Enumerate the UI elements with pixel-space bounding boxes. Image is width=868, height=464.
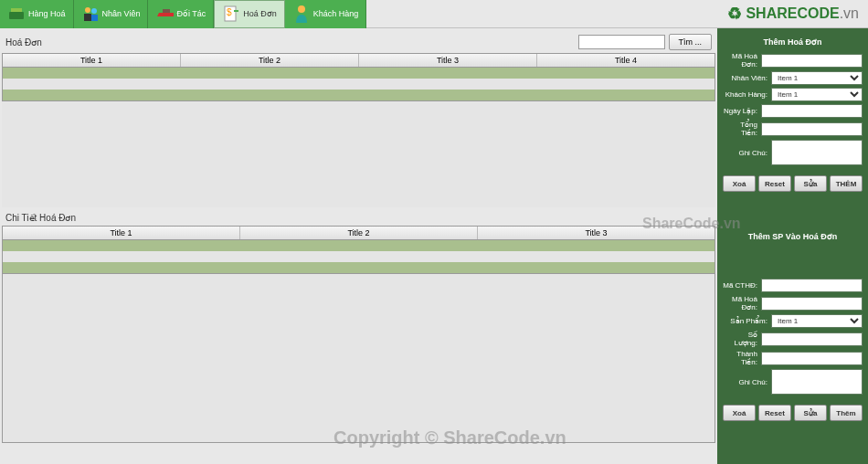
label-ghi-chu-b: Ghi Chú: bbox=[723, 378, 771, 386]
table-row[interactable] bbox=[3, 90, 715, 100]
search-input[interactable] bbox=[578, 35, 665, 49]
svg-rect-9 bbox=[234, 10, 238, 12]
menu-label: Hoá Đơn bbox=[243, 9, 277, 18]
svg-point-10 bbox=[298, 5, 305, 13]
table-row[interactable] bbox=[3, 262, 715, 273]
topbar: Hàng Hoá Nhân Viên Đối Tác $ Hoá Đơn Khá… bbox=[0, 0, 868, 28]
svg-point-3 bbox=[91, 8, 97, 14]
form-a-title: Thêm Hoá Đơn bbox=[723, 34, 863, 52]
btn-sua-b[interactable]: Sửa bbox=[794, 405, 827, 421]
menu-hoa-don[interactable]: $ Hoá Đơn bbox=[214, 0, 285, 28]
menu-label: Nhân Viên bbox=[102, 9, 141, 18]
table-row[interactable] bbox=[3, 240, 715, 251]
btn-them-a[interactable]: THÊM bbox=[830, 175, 863, 192]
label-ma-cthd: Mã CTHĐ: bbox=[723, 281, 761, 290]
label-ma-hd-b: Mã Hoá Đơn: bbox=[723, 295, 761, 311]
recycle-icon: ♻ bbox=[727, 4, 742, 24]
label-so-luong: Số Lượng: bbox=[723, 331, 761, 347]
input-ma-hd-b[interactable] bbox=[761, 297, 863, 311]
detail-panel-header: Chi Tiết Hoá Đơn bbox=[2, 207, 715, 226]
select-san-pham[interactable]: Item 1 bbox=[771, 314, 863, 328]
main-menu: Hàng Hoá Nhân Viên Đối Tác $ Hoá Đơn Khá… bbox=[0, 0, 366, 28]
form-b-title: Thêm SP Vào Hoá Đơn bbox=[723, 228, 863, 247]
detail-title: Chi Tiết Hoá Đơn bbox=[5, 213, 76, 223]
svg-rect-5 bbox=[91, 15, 98, 21]
invoice-panel-header: Hoá Đơn Tìm ... bbox=[2, 28, 715, 53]
menu-label: Khách Hàng bbox=[313, 9, 359, 18]
menu-khach-hang[interactable]: Khách Hàng bbox=[285, 0, 367, 28]
column-header[interactable]: Title 2 bbox=[240, 227, 478, 239]
input-so-luong[interactable] bbox=[761, 332, 863, 346]
svg-point-2 bbox=[85, 7, 90, 13]
menu-label: Hàng Hoá bbox=[28, 9, 66, 18]
select-nhan-vien[interactable]: Item 1 bbox=[771, 71, 863, 85]
svg-rect-6 bbox=[163, 9, 170, 13]
logo: ♻ SHARECODE.vn bbox=[727, 4, 868, 24]
input-ngay-lap[interactable] bbox=[761, 104, 863, 118]
label-tong-tien: Tổng Tiền: bbox=[723, 121, 761, 137]
label-nhan-vien: Nhân Viên: bbox=[723, 74, 771, 82]
svg-rect-1 bbox=[11, 8, 22, 12]
menu-doi-tac[interactable]: Đối Tác bbox=[148, 0, 214, 28]
customer-icon bbox=[292, 5, 311, 23]
label-ghi-chu: Ghi Chú: bbox=[723, 149, 771, 157]
column-header[interactable]: Title 3 bbox=[359, 54, 537, 67]
main-content: Hoá Đơn Tìm ... Title 1 Title 2 Title 3 … bbox=[0, 28, 717, 464]
btn-reset-a[interactable]: Reset bbox=[758, 175, 791, 192]
sidebar: Thêm Hoá Đơn Mã Hoá Đơn: Nhân Viên:Item … bbox=[717, 28, 868, 464]
label-thanh-tien: Thành Tiền: bbox=[723, 350, 761, 366]
input-tong-tien[interactable] bbox=[761, 122, 863, 136]
column-header[interactable]: Title 2 bbox=[181, 54, 359, 67]
menu-nhan-vien[interactable]: Nhân Viên bbox=[74, 0, 149, 28]
search-button[interactable]: Tìm ... bbox=[669, 34, 713, 50]
menu-hang-hoa[interactable]: Hàng Hoá bbox=[0, 0, 74, 28]
invoice-title: Hoá Đơn bbox=[5, 37, 42, 47]
svg-rect-4 bbox=[84, 14, 91, 21]
svg-text:$: $ bbox=[227, 7, 232, 17]
textarea-ghi-chu[interactable] bbox=[771, 140, 863, 165]
input-thanh-tien[interactable] bbox=[761, 352, 863, 365]
textarea-ghi-chu-b[interactable] bbox=[771, 369, 863, 395]
detail-grid[interactable]: Title 1 Title 2 Title 3 bbox=[2, 226, 715, 274]
label-san-pham: Sản Phẩm: bbox=[723, 317, 771, 325]
label-ma-hd: Mã Hoá Đơn: bbox=[723, 52, 761, 69]
btn-sua-a[interactable]: Sửa bbox=[794, 175, 827, 192]
btn-reset-b[interactable]: Reset bbox=[758, 405, 791, 421]
label-khach-hang: Khách Hàng: bbox=[723, 90, 771, 99]
column-header[interactable]: Title 1 bbox=[3, 227, 240, 239]
ship-icon bbox=[155, 5, 174, 23]
label-ngay-lap: Ngày Lập: bbox=[723, 107, 761, 115]
select-khach-hang[interactable]: Item 1 bbox=[771, 88, 863, 101]
column-header[interactable]: Title 1 bbox=[3, 54, 181, 67]
basket-icon bbox=[7, 5, 26, 23]
invoice-grid[interactable]: Title 1 Title 2 Title 3 Title 4 bbox=[2, 53, 715, 101]
input-ma-cthd[interactable] bbox=[761, 279, 863, 292]
grid-empty-area bbox=[2, 101, 715, 207]
btn-xoa-b[interactable]: Xoá bbox=[723, 405, 756, 421]
table-row[interactable] bbox=[3, 68, 715, 79]
btn-xoa-a[interactable]: Xoá bbox=[723, 175, 756, 192]
input-ma-hd[interactable] bbox=[761, 54, 863, 68]
table-row[interactable] bbox=[3, 79, 715, 90]
btn-them-b[interactable]: Thêm bbox=[830, 405, 863, 421]
people-icon bbox=[81, 5, 100, 23]
column-header[interactable]: Title 4 bbox=[537, 54, 715, 67]
grid-empty-area bbox=[2, 274, 715, 443]
svg-rect-0 bbox=[9, 12, 24, 19]
table-row[interactable] bbox=[3, 251, 715, 262]
column-header[interactable]: Title 3 bbox=[478, 227, 715, 239]
invoice-icon: $ bbox=[222, 5, 240, 23]
menu-label: Đối Tác bbox=[176, 9, 206, 18]
